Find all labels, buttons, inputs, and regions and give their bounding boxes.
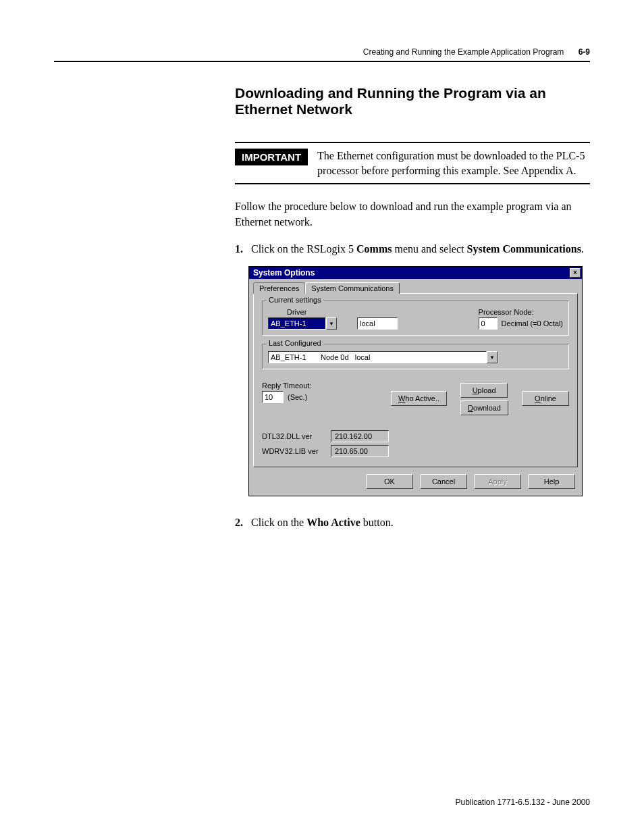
callout-rule-top [235,142,590,143]
tab-preferences[interactable]: Preferences [253,282,305,294]
help-button[interactable]: Help [528,474,575,489]
callout-rule-bot [235,183,590,184]
dtl-version-label: DTL32.DLL ver [262,432,324,440]
tabs: Preferences System Communications [249,279,582,293]
header-rule [54,61,590,62]
upload-button[interactable]: Upload [460,383,508,398]
driver-value: AB_ETH-1 [268,317,326,330]
last-configured-value: AB_ETH-1 Node 0d local [268,351,487,363]
group-current-settings: Current settings Driver AB_ETH-1 ▼ Route… [262,301,569,336]
processor-node-caption: Decimal (=0 Octal) [502,320,563,328]
dtl-version-value: 210.162.00 [331,430,389,442]
running-head: Creating and Running the Example Applica… [54,47,590,57]
apply-button: Apply [474,474,521,489]
ok-button[interactable]: OK [366,474,413,489]
group-last-legend: Last Configured [267,339,323,347]
tab-panel: Current settings Driver AB_ETH-1 ▼ Route… [253,293,578,467]
step-2: 2. Click on the Who Active button. [235,515,590,530]
step-1: 1. Click on the RSLogix 5 Comms menu and… [235,242,590,257]
step-2-num: 2. [235,515,247,530]
system-options-dialog: System Options × Preferences System Comm… [248,266,583,496]
tab-system-communications[interactable]: System Communications [305,282,400,294]
driver-combo[interactable]: AB_ETH-1 ▼ [268,317,337,330]
running-head-title: Creating and Running the Example Applica… [363,47,564,57]
group-last-configured: Last Configured AB_ETH-1 Node 0d local ▼ [262,344,569,369]
dialog-title: System Options [253,268,315,278]
step-2-text: Click on the Who Active button. [251,515,394,530]
callout-text: The Ethernet configuration must be downl… [317,149,590,178]
download-button[interactable]: Download [460,400,508,415]
close-icon[interactable]: × [570,268,581,278]
online-button[interactable]: Online [522,391,569,406]
driver-label: Driver [287,308,306,316]
section-title: Downloading and Running the Program via … [235,85,590,118]
route-value[interactable]: local [357,317,398,330]
important-callout: IMPORTANT The Ethernet configuration mus… [235,149,590,178]
who-active-button[interactable]: Who Active.. [391,391,447,406]
chevron-down-icon[interactable]: ▼ [326,317,337,330]
wdrv-version-value: 210.65.00 [331,445,389,457]
important-badge: IMPORTANT [235,149,308,165]
reply-timeout-unit: (Sec.) [288,393,307,401]
last-configured-combo[interactable]: AB_ETH-1 Node 0d local ▼ [268,351,498,363]
publication-footer: Publication 1771-6.5.132 - June 2000 [456,798,590,807]
wdrv-version-label: WDRV32.LIB ver [262,447,324,455]
intro-text: Follow the procedure below to download a… [235,199,590,230]
step-1-text: Click on the RSLogix 5 Comms menu and se… [251,242,584,257]
processor-node-input[interactable]: 0 [479,317,498,330]
chevron-down-icon[interactable]: ▼ [487,351,498,363]
reply-timeout-label: Reply Timeout: [262,382,311,390]
group-current-legend: Current settings [267,296,323,304]
cancel-button[interactable]: Cancel [420,474,467,489]
page-number: 6-9 [579,47,590,57]
step-1-num: 1. [235,242,247,257]
dialog-button-row: OK Cancel Apply Help [249,471,582,496]
reply-timeout-input[interactable]: 10 [262,391,284,403]
dialog-titlebar: System Options × [249,267,582,279]
processor-node-label: Processor Node: [479,308,534,316]
